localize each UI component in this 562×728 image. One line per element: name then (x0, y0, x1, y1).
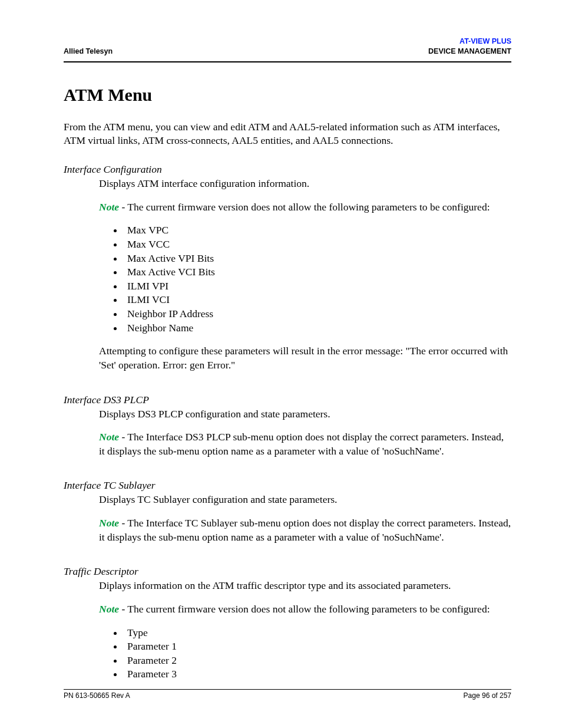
traffic-params-list: Type Parameter 1 Parameter 2 Parameter 3 (99, 626, 511, 682)
note-label: Note (99, 201, 119, 213)
page-header: Allied Telesyn AT-VIEW PLUS DEVICE MANAG… (64, 37, 511, 62)
list-item: Parameter 3 (124, 667, 511, 681)
list-item: Neighbor Name (124, 321, 511, 335)
tc-note: Note - The Interface TC Sublayer sub-men… (99, 516, 511, 544)
list-item: Parameter 2 (124, 654, 511, 668)
list-item: Max Active VPI Bits (124, 252, 511, 266)
ds3-note-text: - The Interface DS3 PLCP sub-menu option… (99, 431, 504, 457)
section-title-interface-config: Interface Configuration (64, 163, 511, 176)
note-label: Note (99, 603, 119, 615)
tc-desc: Displays TC Sublayer configuration and s… (99, 493, 511, 507)
ifconfig-params-list: Max VPC Max VCC Max Active VPI Bits Max … (99, 223, 511, 335)
list-item: Parameter 1 (124, 640, 511, 654)
page-title: ATM Menu (64, 85, 511, 105)
ds3-note: Note - The Interface DS3 PLCP sub-menu o… (99, 430, 511, 458)
list-item: ILMI VPI (124, 279, 511, 294)
page-footer: PN 613-50665 Rev A Page 96 of 257 (64, 689, 511, 700)
traffic-desc: Diplays information on the ATM traffic d… (99, 579, 511, 593)
header-subtitle: DEVICE MANAGEMENT (428, 47, 511, 57)
note-label: Note (99, 431, 119, 443)
header-right-block: AT-VIEW PLUS DEVICE MANAGEMENT (428, 37, 511, 57)
section-title-ds3: Interface DS3 PLCP (64, 394, 511, 406)
ds3-desc: Displays DS3 PLCP configuration and stat… (99, 407, 511, 421)
footer-page-number: Page 96 of 257 (464, 691, 511, 700)
list-item: ILMI VCI (124, 293, 511, 307)
list-item: Max VPC (124, 223, 511, 238)
tc-note-text: - The Interface TC Sublayer sub-menu opt… (99, 517, 511, 543)
ifconfig-note: Note - The current firmware version does… (99, 200, 511, 215)
section-title-traffic: Traffic Descriptor (64, 565, 511, 578)
ifconfig-trailer: Attempting to configure these parameters… (99, 344, 511, 372)
section-body-tc: Displays TC Sublayer configuration and s… (99, 493, 511, 544)
ifconfig-desc: Displays ATM interface configuration inf… (99, 177, 511, 191)
section-body-ds3: Displays DS3 PLCP configuration and stat… (99, 407, 511, 459)
section-body-interface-config: Displays ATM interface configuration inf… (99, 177, 511, 373)
traffic-note: Note - The current firmware version does… (99, 602, 511, 617)
list-item: Max Active VCI Bits (124, 265, 511, 279)
document-page: Allied Telesyn AT-VIEW PLUS DEVICE MANAG… (0, 0, 562, 728)
list-item: Neighbor IP Address (124, 307, 511, 321)
intro-paragraph: From the ATM menu, you can view and edit… (64, 120, 511, 148)
header-product-name: AT-VIEW PLUS (428, 37, 511, 47)
list-item: Type (124, 626, 511, 640)
ifconfig-note-text: - The current firmware version does not … (119, 201, 490, 213)
list-item: Max VCC (124, 238, 511, 252)
header-company: Allied Telesyn (64, 47, 113, 57)
traffic-note-text: - The current firmware version does not … (119, 603, 490, 615)
section-title-tc: Interface TC Sublayer (64, 479, 511, 492)
footer-part-number: PN 613-50665 Rev A (64, 691, 130, 700)
section-body-traffic: Diplays information on the ATM traffic d… (99, 579, 511, 681)
note-label: Note (99, 517, 119, 529)
